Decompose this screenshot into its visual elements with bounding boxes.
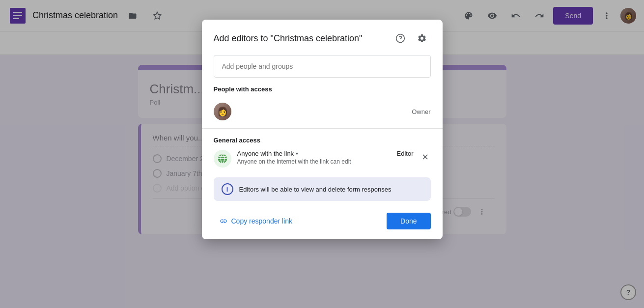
anyone-sub-label: Anyone on the internet with the link can… — [237, 158, 391, 165]
dialog-overlay: Add editors to "Christmas celebration" P — [0, 0, 644, 308]
settings-btn[interactable] — [413, 29, 431, 47]
copy-link-label: Copy responder link — [231, 217, 293, 225]
owner-row: 👩 Owner — [202, 99, 443, 124]
anyone-link-label: Anyone with the link — [237, 150, 294, 157]
anyone-link-row: Anyone with the link ▾ — [237, 150, 391, 157]
info-text: Editors will be able to view and delete … — [239, 186, 392, 193]
people-section-title: People with access — [202, 85, 443, 99]
share-dialog: Add editors to "Christmas celebration" P — [202, 20, 443, 239]
general-access-info: Anyone with the link ▾ Anyone on the int… — [237, 150, 391, 165]
info-box: i Editors will be able to view and delet… — [214, 177, 431, 201]
help-circle-btn[interactable] — [392, 29, 409, 47]
done-button[interactable]: Done — [387, 213, 430, 229]
general-access-row: Anyone with the link ▾ Anyone on the int… — [214, 150, 431, 168]
general-access-section: General access Anyone with the link ▾ — [202, 133, 443, 171]
owner-role: Owner — [412, 108, 430, 115]
divider — [202, 128, 443, 129]
dialog-header: Add editors to "Christmas celebration" — [202, 20, 443, 53]
globe-icon — [214, 150, 231, 168]
dialog-footer: Copy responder link Done — [202, 207, 443, 239]
remove-access-btn[interactable]: ✕ — [420, 150, 431, 165]
input-container — [202, 53, 443, 85]
dialog-header-icons — [392, 29, 431, 47]
general-access-title: General access — [214, 137, 431, 150]
editor-role-label[interactable]: Editor — [397, 150, 414, 157]
dialog-title: Add editors to "Christmas celebration" — [214, 33, 363, 44]
add-people-input[interactable] — [214, 55, 431, 78]
owner-avatar: 👩 — [214, 103, 231, 120]
copy-link-button[interactable]: Copy responder link — [214, 213, 299, 229]
info-icon: i — [222, 183, 233, 195]
access-dropdown-arrow[interactable]: ▾ — [296, 151, 298, 156]
